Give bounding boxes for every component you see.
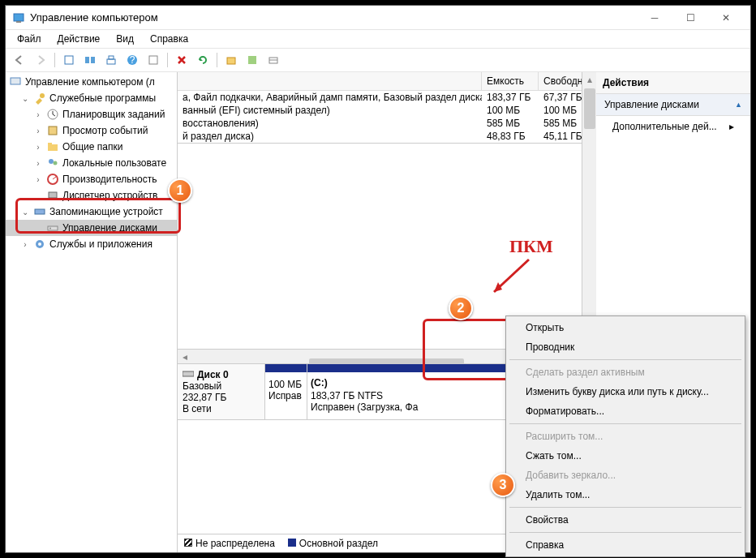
tree-servicesapps[interactable]: ›Службы и приложения (6, 236, 177, 252)
ctx-delete[interactable]: Удалить том... (508, 485, 743, 504)
disk-icon (183, 369, 194, 380)
close-button[interactable]: ✕ (708, 6, 744, 29)
tree-label: Службы и приложения (49, 238, 152, 250)
partition-efi[interactable]: 100 МБ Исправ (265, 364, 307, 419)
menubar: Файл Действие Вид Справка (6, 30, 750, 49)
ctx-mirror: Добавить зеркало... (508, 466, 743, 485)
svg-rect-4 (91, 57, 95, 63)
tb-icon-1[interactable] (60, 51, 78, 69)
device-icon (46, 189, 59, 202)
legend-primary: Основной раздел (288, 538, 378, 549)
ctx-format[interactable]: Форматировать... (508, 401, 743, 421)
titlebar: Управление компьютером ─ ☐ ✕ (6, 6, 750, 30)
nav-tree[interactable]: Управление компьютером (л ⌄ Служебные пр… (6, 72, 178, 552)
tree-scheduler[interactable]: ›Планировщик заданий (6, 106, 177, 122)
tree-label: Планировщик заданий (62, 109, 165, 120)
volume-row[interactable]: ванный (EFI) системный раздел)100 МБ100 … (178, 104, 595, 117)
svg-rect-14 (11, 78, 20, 84)
col-desc[interactable] (178, 72, 482, 90)
toolbar: ? (6, 49, 750, 72)
svg-point-29 (38, 243, 41, 246)
tree-label: Просмотр событий (62, 125, 148, 136)
disk-icon (46, 221, 59, 234)
back-button[interactable] (11, 51, 28, 69)
maximize-button[interactable]: ☐ (672, 6, 708, 29)
svg-rect-17 (49, 127, 57, 135)
minimize-button[interactable]: ─ (637, 6, 672, 29)
volume-row[interactable]: й раздел диска)48,83 ГБ45,11 ГБ (178, 130, 595, 143)
disk-type: Базовый (183, 380, 260, 392)
disk-size: 232,87 ГБ (183, 392, 260, 403)
tb-icon-2[interactable] (81, 51, 99, 69)
svg-text:?: ? (130, 54, 135, 66)
scroll-thumb[interactable] (584, 88, 595, 129)
svg-rect-24 (49, 192, 57, 198)
disk-info[interactable]: Диск 0 Базовый 232,87 ГБ В сети (178, 364, 265, 419)
col-capacity[interactable]: Емкость (482, 72, 539, 90)
users-icon (46, 157, 59, 170)
actions-title: Действия (596, 72, 750, 94)
tree-label: Служебные программы (49, 92, 156, 104)
partition-c[interactable]: (C:) 183,37 ГБ NTFS Исправен (Загрузка, … (307, 364, 506, 419)
badge-3: 3 (491, 473, 515, 497)
tree-localusers[interactable]: ›Локальные пользовате (6, 155, 177, 171)
svg-point-27 (49, 228, 51, 230)
menu-action[interactable]: Действие (51, 32, 107, 46)
tb-delete-icon[interactable] (173, 51, 191, 69)
ctx-properties[interactable]: Свойства (508, 510, 743, 530)
tb-icon-5[interactable] (222, 51, 240, 69)
svg-rect-3 (85, 57, 89, 63)
ctx-help[interactable]: Справка (508, 535, 743, 555)
ctx-explorer[interactable]: Проводник (508, 337, 743, 357)
svg-line-23 (53, 177, 56, 179)
svg-rect-19 (48, 143, 52, 145)
tree-device[interactable]: Диспетчер устройств (6, 187, 177, 204)
volume-list[interactable]: Емкость Свободно а, Файл подкачки, Авари… (178, 72, 595, 144)
tb-icon-7[interactable] (264, 51, 282, 69)
tree-label: Диспетчер устройств (62, 190, 157, 201)
tree-label: Управление дисками (62, 222, 157, 234)
ctx-open[interactable]: Открыть (508, 318, 743, 337)
volume-row[interactable]: а, Файл подкачки, Аварийный дамп памяти,… (178, 91, 595, 104)
ctx-active: Сделать раздел активным (508, 363, 743, 382)
forward-button[interactable] (32, 51, 49, 69)
tree-label: Общие папки (62, 141, 122, 152)
tree-eventviewer[interactable]: ›Просмотр событий (6, 122, 177, 139)
svg-rect-9 (149, 56, 157, 64)
tb-icon-6[interactable] (243, 51, 261, 69)
menu-help[interactable]: Справка (144, 32, 195, 46)
window-title: Управление компьютером (30, 11, 637, 24)
svg-rect-0 (14, 14, 24, 21)
tb-icon-4[interactable] (144, 51, 162, 69)
tree-storage[interactable]: ⌄Запоминающие устройст (6, 204, 177, 220)
annotation-pkm: ПКМ (509, 236, 553, 257)
tree-root[interactable]: Управление компьютером (л (6, 74, 177, 90)
menu-file[interactable]: Файл (11, 32, 48, 46)
volume-header: Емкость Свободно (178, 72, 595, 91)
actions-diskmgmt[interactable]: Управление дисками▲ (596, 94, 750, 116)
tb-icon-3[interactable] (102, 51, 120, 69)
tree-label: Управление компьютером (л (25, 76, 155, 88)
window: Управление компьютером ─ ☐ ✕ Файл Действ… (5, 5, 751, 553)
tree-diskmgmt[interactable]: Управление дисками (6, 220, 177, 236)
svg-rect-18 (48, 144, 58, 151)
annotation-arrow-icon (484, 255, 541, 304)
scroll-up-icon[interactable]: ▴ (582, 72, 597, 87)
ctx-shrink[interactable]: Сжать том... (508, 446, 743, 466)
menu-view[interactable]: Вид (110, 32, 140, 46)
event-icon (46, 124, 59, 137)
volume-row[interactable]: восстановления)585 МБ585 МБ (178, 117, 595, 130)
svg-rect-1 (16, 21, 21, 23)
ctx-changeletter[interactable]: Изменить букву диска или путь к диску... (508, 382, 743, 401)
disk-status: В сети (183, 403, 260, 414)
tree-performance[interactable]: ›Производительность (6, 171, 177, 187)
tb-refresh-icon[interactable] (194, 51, 212, 69)
tree-services-tools[interactable]: ⌄ Служебные программы (6, 90, 177, 106)
svg-rect-25 (35, 209, 45, 214)
tree-sharedfolders[interactable]: ›Общие папки (6, 139, 177, 155)
tb-help-icon[interactable]: ? (123, 51, 141, 69)
scroll-left-icon[interactable]: ◂ (178, 350, 192, 364)
computer-icon (9, 75, 22, 88)
actions-more[interactable]: Дополнительные дей...▸ (596, 116, 750, 137)
svg-point-21 (54, 161, 58, 165)
